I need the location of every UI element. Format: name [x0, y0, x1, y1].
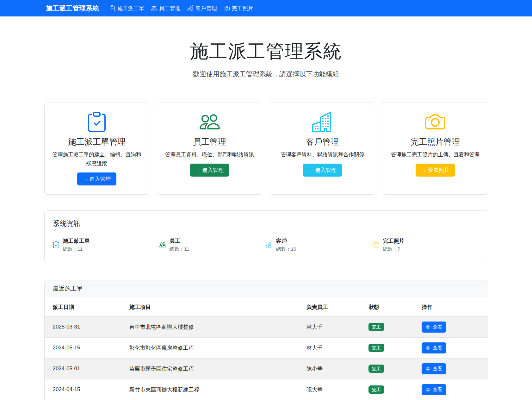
cell-project: 新竹市東區商辦大樓新建工程	[124, 379, 301, 400]
status-badge: 完工	[368, 365, 384, 373]
column-header-date: 派工日期	[45, 297, 124, 317]
card-title: 完工照片管理	[389, 136, 482, 147]
cell-employee: 林大千	[301, 316, 363, 337]
clipboard-check-icon	[87, 112, 107, 132]
enter-dispatch-button[interactable]: → 進入管理	[77, 172, 116, 185]
stat-count: 總數：11	[63, 246, 90, 253]
recent-orders-table: 派工日期 施工項目 負責員工 狀態 操作 2025-03-31 台中市北屯區商辦…	[45, 297, 488, 400]
system-info-card: 系統資訊 施工派工單 總數：11 員工 總數：11 客戶	[44, 210, 488, 262]
stat-employees: 員工 總數：11	[159, 237, 266, 253]
cell-employee: 林大千	[301, 337, 363, 358]
nav-item-employees[interactable]: 員工管理	[148, 3, 184, 14]
page-title: 施工派工管理系統	[0, 39, 532, 64]
card-description: 管理施工派工單的建立、編輯、查詢和狀態追蹤	[50, 150, 144, 168]
status-badge: 完工	[368, 385, 384, 394]
card-employee-management: 員工管理 管理員工資料、職位、部門和聯絡資訊 → 進入管理	[157, 103, 262, 195]
stat-label: 施工派工單	[63, 237, 90, 245]
column-header-actions: 操作	[417, 297, 487, 317]
system-info-stats: 施工派工單 總數：11 員工 總數：11 客戶 總數：10	[53, 237, 479, 253]
buildings-icon	[312, 112, 332, 132]
view-photos-button[interactable]: → 查看照片	[416, 164, 455, 177]
nav-item-label: 客戶管理	[195, 5, 217, 12]
card-photo-management: 完工照片管理 管理施工完工照片的上傳、查看和管理 → 查看照片	[383, 103, 488, 195]
nav-item-label: 員工管理	[159, 5, 181, 12]
cell-date: 2025-03-31	[45, 316, 124, 337]
view-button[interactable]: 查看	[422, 342, 446, 353]
card-dispatch-management: 施工派工單管理 管理施工派工單的建立、編輯、查詢和狀態追蹤 → 進入管理	[44, 103, 150, 195]
eye-icon	[426, 366, 430, 371]
buildings-icon	[188, 5, 193, 11]
view-button[interactable]: 查看	[422, 363, 446, 374]
clipboard-check-icon	[109, 5, 115, 11]
card-description: 管理施工完工照片的上傳、查看和管理	[389, 150, 482, 159]
hero-section: 施工派工管理系統 歡迎使用施工派工管理系統，請選擇以下功能模組	[0, 16, 532, 78]
card-title: 客戶管理	[276, 136, 369, 147]
stat-count: 總數：7	[383, 246, 404, 253]
cell-date: 2024-04-15	[45, 379, 124, 400]
table-row: 2024-05-01 苗栗市頭份區住宅整修工程 陳小華 完工 查看	[45, 358, 488, 379]
cell-employee: 張大華	[301, 379, 363, 400]
column-header-project: 施工項目	[124, 297, 301, 317]
camera-icon	[373, 241, 379, 248]
cell-project: 彰化市彰化區廠房整修工程	[124, 337, 301, 358]
view-button[interactable]: 查看	[422, 384, 446, 395]
clipboard-check-icon	[53, 241, 59, 248]
table-row: 2024-04-15 新竹市東區商辦大樓新建工程 張大華 完工 查看	[45, 379, 488, 400]
card-description: 管理員工資料、職位、部門和聯絡資訊	[163, 150, 256, 159]
table-row: 2025-03-31 台中市北屯區商辦大樓整修 林大千 完工 查看	[45, 316, 488, 337]
stat-label: 客戶	[276, 237, 296, 245]
recent-orders-card: 最近施工單 派工日期 施工項目 負責員工 狀態 操作 2025-03-31 台中…	[44, 280, 488, 400]
card-customer-management: 客戶管理 管理客戶資料、聯絡資訊和合作關係 → 進入管理	[270, 103, 375, 195]
module-cards: 施工派工單管理 管理施工派工單的建立、編輯、查詢和狀態追蹤 → 進入管理 員工管…	[44, 103, 488, 195]
enter-employees-button[interactable]: → 進入管理	[190, 164, 229, 177]
camera-icon	[224, 5, 230, 11]
cell-employee: 陳小華	[301, 358, 363, 379]
column-header-status: 狀態	[363, 297, 417, 317]
camera-icon	[425, 112, 445, 132]
recent-orders-title: 最近施工單	[45, 280, 488, 297]
stat-customers: 客戶 總數：10	[266, 237, 373, 253]
status-badge: 完工	[368, 323, 384, 331]
brand-link[interactable]: 施工派工管理系統	[46, 4, 99, 13]
eye-icon	[426, 387, 430, 392]
nav-item-dispatch[interactable]: 施工派工單	[106, 3, 148, 14]
stat-label: 完工照片	[383, 237, 404, 245]
top-navbar: 施工派工管理系統 施工派工單 員工管理 客戶管理 完工照片	[0, 0, 532, 16]
table-row: 2024-05-15 彰化市彰化區廠房整修工程 林大千 完工 查看	[45, 337, 488, 358]
stat-count: 總數：11	[170, 246, 189, 253]
cell-date: 2024-05-01	[45, 358, 124, 379]
nav-item-customers[interactable]: 客戶管理	[184, 3, 220, 14]
stat-count: 總數：10	[276, 246, 296, 253]
people-icon	[159, 241, 166, 248]
people-icon	[200, 112, 220, 132]
eye-icon	[426, 325, 430, 329]
stat-photos: 完工照片 總數：7	[373, 237, 479, 253]
nav-item-label: 完工照片	[232, 5, 253, 12]
cell-date: 2024-05-15	[45, 337, 124, 358]
stat-dispatch-orders: 施工派工單 總數：11	[53, 237, 159, 253]
card-title: 員工管理	[163, 136, 256, 147]
stat-label: 員工	[170, 237, 189, 245]
card-description: 管理客戶資料、聯絡資訊和合作關係	[276, 150, 369, 159]
nav-links: 施工派工單 員工管理 客戶管理 完工照片	[106, 3, 257, 14]
table-header-row: 派工日期 施工項目 負責員工 狀態 操作	[45, 297, 488, 317]
cell-project: 苗栗市頭份區住宅整修工程	[124, 358, 301, 379]
column-header-employee: 負責員工	[301, 297, 363, 317]
view-button[interactable]: 查看	[422, 322, 446, 333]
buildings-icon	[266, 241, 273, 248]
card-title: 施工派工單管理	[50, 136, 144, 147]
cell-project: 台中市北屯區商辦大樓整修	[124, 316, 301, 337]
eye-icon	[426, 346, 430, 350]
enter-customers-button[interactable]: → 進入管理	[303, 164, 342, 177]
nav-item-photos[interactable]: 完工照片	[220, 3, 257, 14]
people-icon	[151, 5, 157, 11]
status-badge: 完工	[368, 344, 384, 352]
nav-item-label: 施工派工單	[117, 5, 144, 12]
page-subtitle: 歡迎使用施工派工管理系統，請選擇以下功能模組	[0, 70, 532, 78]
system-info-title: 系統資訊	[53, 219, 479, 228]
